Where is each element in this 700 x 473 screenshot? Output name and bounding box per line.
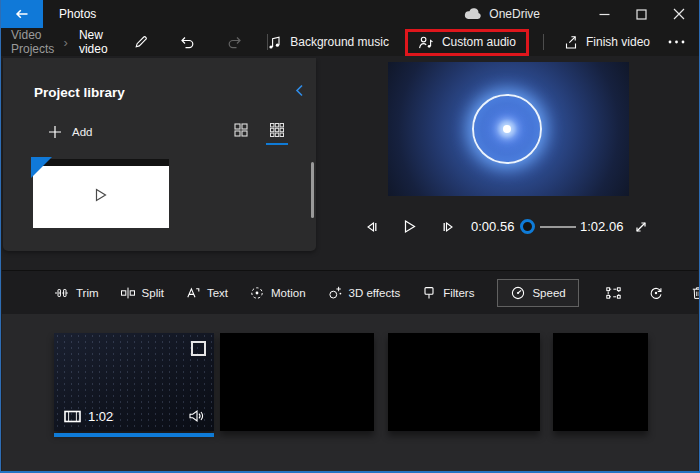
text-label: Text: [207, 287, 228, 299]
finish-video-label: Finish video: [586, 35, 650, 49]
previous-frame-button[interactable]: [364, 220, 379, 234]
onedrive-label: OneDrive: [489, 7, 540, 21]
clip-selection-indicator: [54, 433, 214, 437]
plus-icon: [48, 125, 62, 139]
clip-checkbox[interactable]: [191, 341, 206, 356]
undo-icon: [179, 35, 195, 50]
expand-icon: [634, 220, 648, 234]
app-title: Photos: [59, 7, 96, 21]
cloud-icon: [464, 8, 482, 20]
split-icon: [120, 285, 136, 301]
play-outline-icon: [95, 188, 107, 202]
trim-button[interactable]: Trim: [54, 285, 99, 301]
3d-effects-icon: [327, 285, 343, 301]
export-icon: [562, 34, 578, 50]
nav-divider-2: [543, 34, 544, 50]
music-note-icon: [267, 35, 282, 50]
filmstrip-icon: [64, 410, 81, 423]
split-button[interactable]: Split: [120, 285, 164, 301]
minimize-icon: [599, 9, 610, 20]
motion-label: Motion: [271, 287, 306, 299]
rename-button[interactable]: [133, 34, 149, 50]
previous-frame-icon: [364, 220, 379, 234]
text-button[interactable]: Text: [185, 285, 228, 301]
finish-video-button[interactable]: Finish video: [562, 34, 650, 50]
preview-glow-center: [503, 125, 511, 133]
video-preview[interactable]: [388, 62, 629, 196]
undo-button[interactable]: [179, 35, 195, 50]
seek-slider[interactable]: [520, 218, 576, 236]
edit-toolbar: Trim Split Text Motion: [2, 271, 698, 314]
custom-audio-label: Custom audio: [442, 35, 516, 49]
timeline-clip-3[interactable]: [388, 333, 540, 431]
seek-thumb[interactable]: [520, 219, 535, 234]
redo-icon: [227, 35, 243, 50]
close-icon: [673, 8, 685, 20]
see-more-button[interactable]: [664, 40, 699, 44]
motion-button[interactable]: Motion: [249, 285, 306, 301]
chevron-left-icon: [295, 84, 304, 97]
redo-button[interactable]: [227, 35, 243, 50]
text-icon: [185, 285, 201, 301]
next-frame-icon: [441, 220, 456, 234]
add-button[interactable]: Add: [48, 125, 92, 139]
custom-audio-button[interactable]: Custom audio: [405, 29, 529, 56]
titlebar-right-group: OneDrive: [464, 0, 699, 28]
person-audio-icon: [418, 35, 434, 50]
back-arrow-icon: [14, 6, 30, 22]
maximize-button[interactable]: [623, 0, 660, 28]
trim-icon: [54, 285, 70, 301]
photos-app-window: Photos OneDrive: [0, 0, 700, 473]
library-scrollbar[interactable]: [311, 162, 314, 218]
close-button[interactable]: [660, 0, 697, 28]
split-label: Split: [142, 287, 164, 299]
breadcrumb-chevron-icon: ›: [64, 35, 68, 50]
3d-effects-label: 3D effects: [349, 287, 401, 299]
timeline-clip-1[interactable]: 1:02: [54, 333, 214, 431]
3d-effects-button[interactable]: 3D effects: [327, 285, 401, 301]
pencil-icon: [133, 34, 149, 50]
seek-track: [540, 226, 576, 228]
next-frame-button[interactable]: [441, 220, 456, 234]
timeline-clip-2[interactable]: [220, 333, 374, 431]
grid-2x2-icon: [233, 122, 249, 138]
filters-icon: [421, 285, 437, 301]
speed-button[interactable]: Speed: [497, 279, 578, 307]
onedrive-status[interactable]: OneDrive: [464, 7, 540, 21]
rotate-button[interactable]: [648, 285, 664, 301]
add-label: Add: [72, 126, 92, 138]
trim-label: Trim: [76, 287, 99, 299]
project-library-panel: Project library Add: [3, 58, 316, 251]
grid-3x3-icon: [269, 122, 285, 138]
library-video-thumbnail[interactable]: [33, 162, 169, 228]
current-time: 0:00.56: [471, 219, 514, 234]
maximize-icon: [636, 9, 647, 20]
delete-button[interactable]: [690, 285, 700, 301]
total-duration: 1:02.06: [580, 219, 623, 234]
small-grid-view-button[interactable]: [266, 120, 288, 145]
speed-icon: [510, 285, 526, 301]
resize-button[interactable]: [605, 285, 622, 301]
speaker-icon: [188, 409, 205, 423]
project-library-title: Project library: [34, 85, 125, 100]
background-music-button[interactable]: Background music: [267, 35, 389, 50]
clip-duration: 1:02: [88, 409, 113, 424]
clip-info: 1:02: [64, 409, 113, 424]
filters-label: Filters: [443, 287, 474, 299]
rotate-icon: [648, 285, 664, 301]
timeline-clip-4[interactable]: [553, 333, 648, 431]
fullscreen-button[interactable]: [634, 220, 648, 234]
ellipsis-icon: [668, 40, 685, 44]
play-icon: [403, 219, 416, 234]
collapse-panel-button[interactable]: [295, 84, 304, 97]
main-content: Project library Add: [2, 56, 698, 270]
selected-corner-badge: [31, 157, 52, 178]
command-bar-right: Background music Custom audio Finish vid…: [267, 29, 699, 56]
breadcrumb-video-projects[interactable]: Video Projects: [11, 28, 55, 56]
minimize-button[interactable]: [586, 0, 623, 28]
play-button[interactable]: [403, 219, 416, 234]
resize-icon: [605, 285, 622, 301]
filters-button[interactable]: Filters: [421, 285, 474, 301]
background-music-label: Background music: [290, 35, 389, 49]
large-grid-view-button[interactable]: [230, 120, 252, 145]
